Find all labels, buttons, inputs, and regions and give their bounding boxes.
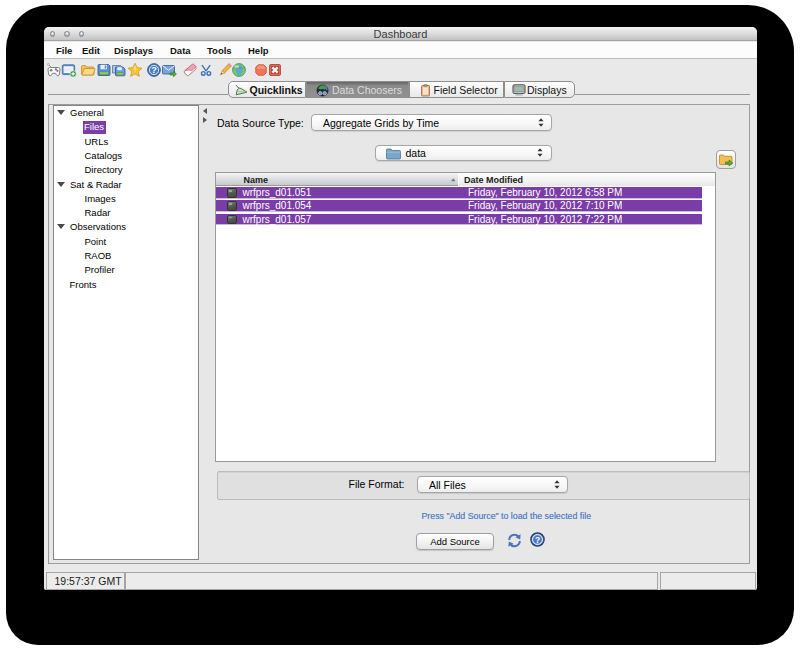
svg-text:?: ? xyxy=(535,535,540,545)
svg-text:?: ? xyxy=(151,65,157,75)
